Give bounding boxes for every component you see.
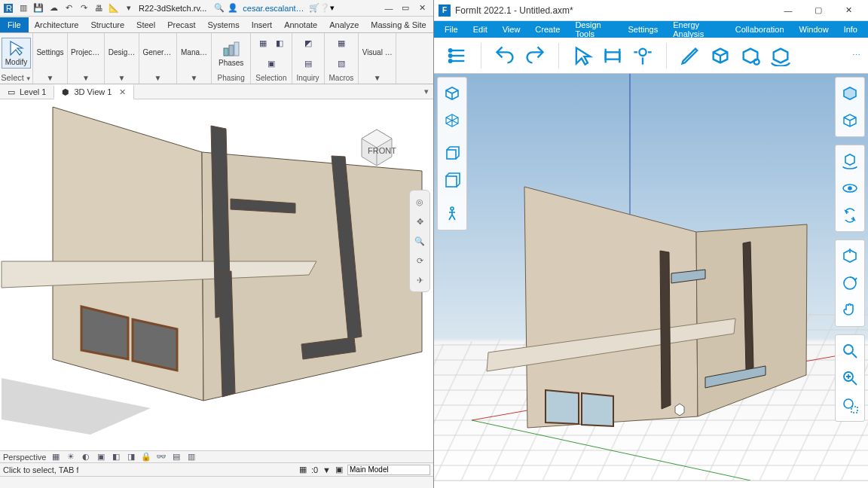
close-button[interactable]: ✕ xyxy=(414,2,430,15)
chevron-down-icon[interactable]: ▼ xyxy=(117,72,127,82)
qat-sync-icon[interactable]: ☁ xyxy=(48,3,59,14)
filter-icon[interactable]: ▼ xyxy=(322,465,331,474)
chevron-down-icon[interactable]: ▼ xyxy=(153,72,164,82)
redo-icon[interactable] xyxy=(521,41,549,70)
tab-annotate[interactable]: Annotate xyxy=(278,17,323,32)
main-model-dropdown[interactable] xyxy=(347,465,430,475)
view-tab-level1[interactable]: ▭ Level 1 xyxy=(0,86,54,98)
chevron-down-icon[interactable]: ▼ xyxy=(45,72,56,82)
macro-icon[interactable]: ▦ xyxy=(335,37,348,50)
box-perspective-icon[interactable] xyxy=(439,141,465,166)
pan-icon[interactable] xyxy=(837,243,863,269)
perspective-label[interactable]: Perspective xyxy=(3,453,46,462)
maximize-button[interactable]: ▢ xyxy=(803,2,833,20)
menu-view[interactable]: View xyxy=(495,23,528,36)
viewcube-label[interactable]: FRONT xyxy=(368,146,396,155)
chevron-down-icon[interactable]: ▼ xyxy=(189,72,200,82)
orbit-icon[interactable] xyxy=(837,148,863,174)
qat-measure-icon[interactable]: 📐 xyxy=(108,3,119,14)
send-icon[interactable]: ✈ xyxy=(411,272,428,288)
hand-rotate-icon[interactable] xyxy=(837,270,863,296)
section-icon[interactable] xyxy=(598,41,627,70)
sun-path-icon[interactable]: ☀ xyxy=(66,452,76,462)
wireframe-icon[interactable] xyxy=(439,108,465,133)
tab-precast[interactable]: Precast xyxy=(161,17,201,32)
close-button[interactable]: ✕ xyxy=(833,2,863,20)
chevron-down-icon[interactable]: ▼ xyxy=(26,75,32,82)
select-links-icon[interactable]: ▦ xyxy=(299,465,307,474)
toolbar-overflow-icon[interactable]: ⋯ xyxy=(848,41,863,70)
modify-tool[interactable]: Modify xyxy=(2,38,31,69)
minimize-button[interactable]: — xyxy=(773,2,803,20)
user-icon[interactable]: 👤 xyxy=(228,3,238,13)
phases-tool[interactable]: Phases xyxy=(215,38,247,69)
box-ortho-icon[interactable] xyxy=(439,168,465,194)
cube-plus-icon[interactable] xyxy=(706,41,735,70)
zoom-icon[interactable] xyxy=(837,338,863,364)
hand-icon[interactable] xyxy=(837,297,863,323)
crop-region-icon[interactable]: ◨ xyxy=(126,452,136,462)
revit-viewport[interactable]: FRONT ◎ ✥ 🔍 ⟳ ✈ xyxy=(0,99,433,450)
view-tab-3dview[interactable]: ⬢ 3D View 1 ✕ xyxy=(54,84,134,99)
qat-open-icon[interactable]: ▥ xyxy=(18,3,29,14)
menu-file[interactable]: File xyxy=(437,23,466,36)
revit-user[interactable]: cesar.escalant… xyxy=(243,4,304,13)
macro2-icon[interactable]: ▧ xyxy=(335,57,348,71)
qat-redo-icon[interactable]: ↷ xyxy=(78,3,89,14)
minimize-button[interactable]: — xyxy=(381,2,397,15)
zoom-selection-icon[interactable] xyxy=(837,392,863,418)
tab-massing[interactable]: Massing & Site xyxy=(365,17,432,32)
zoom-icon[interactable]: 🔍 xyxy=(411,233,428,249)
inquiry2-icon[interactable]: ▤ xyxy=(301,57,315,71)
sun-icon[interactable] xyxy=(628,41,657,70)
menu-create[interactable]: Create xyxy=(527,23,567,36)
reveal-icon[interactable]: ▤ xyxy=(171,452,182,462)
workset-icon[interactable]: ▣ xyxy=(335,465,343,474)
zoom-fit-icon[interactable] xyxy=(837,365,863,391)
cube-turn-icon[interactable] xyxy=(766,41,795,70)
selection-filter-icon[interactable]: ▦ xyxy=(256,37,270,50)
menu-edit[interactable]: Edit xyxy=(466,23,495,36)
steering-wheel-icon[interactable]: ◎ xyxy=(411,194,428,210)
tab-file[interactable]: File xyxy=(0,17,29,32)
walk-icon[interactable] xyxy=(439,201,465,227)
cube-array-icon[interactable] xyxy=(736,41,765,70)
qat-print-icon[interactable]: 🖶 xyxy=(93,3,104,14)
properties-icon[interactable] xyxy=(443,41,472,70)
pencil-icon[interactable] xyxy=(676,41,704,70)
close-view-icon[interactable]: ✕ xyxy=(119,87,126,97)
analytical-icon[interactable]: ▥ xyxy=(186,452,197,462)
qat-home-icon[interactable]: ▾ xyxy=(124,3,134,14)
pan-icon[interactable]: ✥ xyxy=(411,213,428,230)
search-icon[interactable]: 🔍 xyxy=(214,3,225,13)
menu-collab[interactable]: Collaboration xyxy=(728,23,792,36)
tab-systems[interactable]: Systems xyxy=(201,17,245,32)
selection-ids-icon[interactable]: ◧ xyxy=(273,37,286,50)
menu-settings[interactable]: Settings xyxy=(620,23,665,36)
menu-info[interactable]: Info xyxy=(836,23,865,36)
select-arrow-icon[interactable] xyxy=(568,41,597,70)
shadows-icon[interactable]: ◐ xyxy=(81,452,91,462)
cart-icon[interactable]: 🛒 xyxy=(309,3,319,13)
qat-save-icon[interactable]: 💾 xyxy=(33,3,44,14)
app-menu-icon[interactable]: R xyxy=(3,3,14,14)
swivel-icon[interactable] xyxy=(837,203,863,228)
views-dropdown-icon[interactable]: ▾ xyxy=(420,87,433,96)
visual-style-icon[interactable]: ▦ xyxy=(50,452,61,462)
top-view-icon[interactable] xyxy=(837,81,863,106)
crop-icon[interactable]: ◧ xyxy=(111,452,121,462)
formit-viewport[interactable] xyxy=(434,74,868,480)
rendering-icon[interactable]: ▣ xyxy=(96,452,106,462)
tab-steel[interactable]: Steel xyxy=(130,17,161,32)
orbit-icon[interactable]: ⟳ xyxy=(411,252,428,269)
look-icon[interactable] xyxy=(837,175,863,201)
tab-architecture[interactable]: Architecture xyxy=(29,17,85,32)
qat-undo-icon[interactable]: ↶ xyxy=(63,3,74,14)
selection-box-icon[interactable]: ▣ xyxy=(264,57,278,71)
undo-icon[interactable] xyxy=(491,41,519,70)
help-icon[interactable]: ❔▾ xyxy=(319,3,335,13)
chevron-down-icon[interactable]: ▼ xyxy=(372,72,383,82)
tab-insert[interactable]: Insert xyxy=(246,17,279,32)
3d-view-icon[interactable] xyxy=(837,108,863,133)
lock-icon[interactable]: 🔒 xyxy=(141,452,151,462)
